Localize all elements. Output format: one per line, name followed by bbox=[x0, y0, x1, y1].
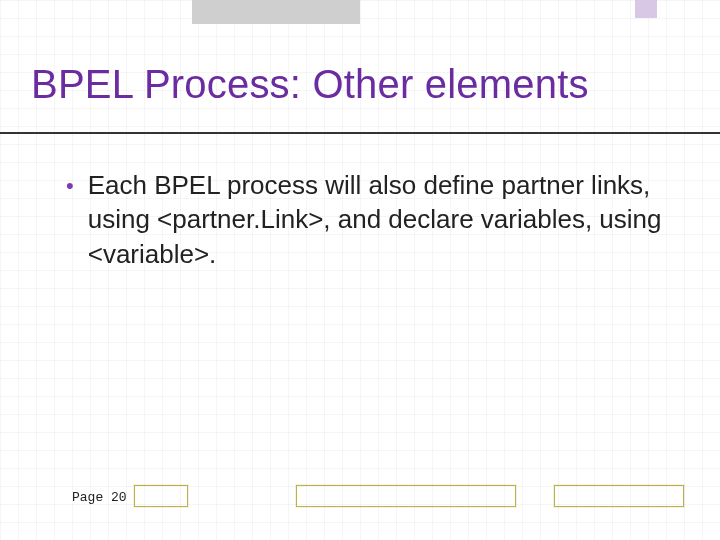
footer-box-2 bbox=[296, 485, 516, 507]
page-number: Page 20 bbox=[72, 490, 127, 505]
title-underline bbox=[0, 132, 720, 134]
bullet-icon: • bbox=[66, 168, 74, 203]
slide-body: • Each BPEL process will also define par… bbox=[66, 168, 680, 271]
top-accent-bar bbox=[192, 0, 360, 24]
slide: BPEL Process: Other elements • Each BPEL… bbox=[0, 0, 720, 540]
bullet-text: Each BPEL process will also define partn… bbox=[88, 168, 680, 271]
slide-footer: Page 20 bbox=[0, 485, 720, 507]
bullet-item: • Each BPEL process will also define par… bbox=[66, 168, 680, 271]
footer-box-3 bbox=[554, 485, 684, 507]
top-right-accent bbox=[635, 0, 657, 18]
footer-box-1 bbox=[134, 485, 188, 507]
slide-title: BPEL Process: Other elements bbox=[31, 62, 690, 107]
